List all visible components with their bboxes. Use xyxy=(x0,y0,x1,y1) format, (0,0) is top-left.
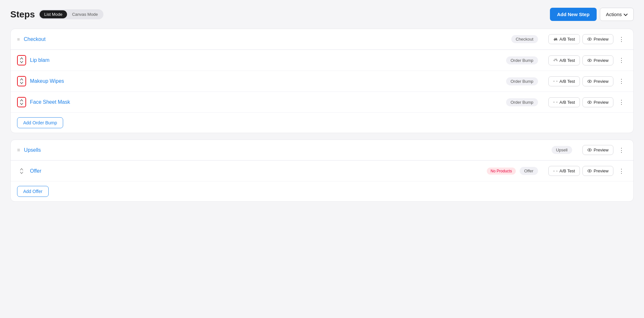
checkout-more-button[interactable]: ⋮ xyxy=(616,34,627,44)
order-bump-controls-1: A/B Test Preview ⋮ xyxy=(548,76,627,86)
reorder-up-btn-1[interactable] xyxy=(20,78,24,81)
offer-more-button-0[interactable]: ⋮ xyxy=(616,166,627,176)
reorder-controls-1 xyxy=(17,76,26,86)
checkout-preview-label: Preview xyxy=(594,37,609,42)
offer-reorder-up-btn-0[interactable] xyxy=(20,168,24,171)
upsells-controls: Preview ⋮ xyxy=(582,145,627,155)
drag-handle-icon: ≡ xyxy=(17,36,20,42)
reorder-down-btn-1[interactable] xyxy=(20,82,24,84)
preview-label-1: Preview xyxy=(594,79,609,84)
ab-test-icon xyxy=(553,100,558,104)
ab-test-button-2[interactable]: A/B Test xyxy=(548,97,580,107)
checkout-row: ≡ Checkout Checkout A/B Test Preview ⋮ xyxy=(11,29,633,50)
upsells-drag-handle-icon: ≡ xyxy=(17,147,20,153)
upsells-section-card: ≡ Upsells Upsell Preview ⋮ Offer No Prod… xyxy=(10,140,634,202)
ab-test-button-0[interactable]: A/B Test xyxy=(548,55,580,65)
svg-point-1 xyxy=(589,39,590,40)
checkout-preview-button[interactable]: Preview xyxy=(582,34,613,44)
ab-test-label-0: A/B Test xyxy=(560,58,575,63)
page-title: Steps xyxy=(10,9,35,20)
reorder-down-btn-2[interactable] xyxy=(20,102,24,105)
upsells-badge: Upsell xyxy=(552,146,572,154)
reorder-down-btn-0[interactable] xyxy=(20,61,24,63)
order-bump-badge-1: Order Bump xyxy=(506,77,538,85)
preview-icon xyxy=(587,169,592,173)
order-bump-controls-0: A/B Test Preview ⋮ xyxy=(548,55,627,65)
svg-point-5 xyxy=(589,81,590,82)
checkout-step-name[interactable]: Checkout xyxy=(24,36,507,42)
offer-reorder-down-btn-0[interactable] xyxy=(20,171,24,174)
more-button-0[interactable]: ⋮ xyxy=(616,55,627,65)
checkout-section-card: ≡ Checkout Checkout A/B Test Preview ⋮ L… xyxy=(10,29,634,133)
chevron-down-icon xyxy=(624,12,628,17)
preview-label-0: Preview xyxy=(594,58,609,63)
actions-label: Actions xyxy=(606,12,622,17)
svg-point-9 xyxy=(589,149,590,151)
reorder-up-btn-0[interactable] xyxy=(20,57,24,60)
order-bump-name-2[interactable]: Face Sheet Mask xyxy=(30,99,502,105)
add-new-step-button[interactable]: Add New Step xyxy=(550,8,597,21)
ab-test-icon xyxy=(553,58,558,63)
preview-label-2: Preview xyxy=(594,100,609,105)
ab-test-icon xyxy=(553,169,558,173)
upsells-more-button[interactable]: ⋮ xyxy=(616,145,627,155)
title-area: Steps List Mode Canvas Mode xyxy=(10,9,103,20)
preview-icon xyxy=(587,80,592,83)
checkout-ab-test-label: A/B Test xyxy=(560,37,575,42)
offer-name-0[interactable]: Offer xyxy=(30,168,480,174)
more-button-1[interactable]: ⋮ xyxy=(616,76,627,86)
order-bump-row-1: Makeup Wipes Order Bump A/B Test Preview… xyxy=(11,71,633,92)
svg-point-11 xyxy=(589,170,590,172)
actions-button[interactable]: Actions xyxy=(600,8,634,21)
offer-reorder-controls-0 xyxy=(17,168,26,174)
upsells-preview-button[interactable]: Preview xyxy=(582,145,613,155)
preview-icon xyxy=(587,37,592,41)
reorder-controls-0 xyxy=(17,55,26,65)
offer-row-0: Offer No Products Offer A/B Test Preview… xyxy=(11,160,633,181)
offer-badge-0: Offer xyxy=(520,167,538,175)
preview-button-0[interactable]: Preview xyxy=(582,55,613,65)
upsells-step-name[interactable]: Upsells xyxy=(24,147,547,153)
svg-point-7 xyxy=(589,101,590,103)
no-products-badge: No Products xyxy=(487,168,516,175)
offer-ab-test-label-0: A/B Test xyxy=(560,169,575,173)
upsells-row: ≡ Upsells Upsell Preview ⋮ xyxy=(11,140,633,160)
preview-button-2[interactable]: Preview xyxy=(582,97,613,107)
offer-preview-label-0: Preview xyxy=(594,169,609,173)
ab-test-button-1[interactable]: A/B Test xyxy=(548,76,580,86)
upsells-preview-label: Preview xyxy=(594,148,609,152)
add-offer-row: Add Offer xyxy=(11,181,633,201)
checkout-badge: Checkout xyxy=(511,35,538,43)
page-header: Steps List Mode Canvas Mode Add New Step… xyxy=(10,8,634,21)
mode-toggle: List Mode Canvas Mode xyxy=(39,9,103,19)
offer-controls-0: A/B Test Preview ⋮ xyxy=(548,166,627,176)
list-mode-button[interactable]: List Mode xyxy=(40,10,67,18)
order-bump-row-2: Face Sheet Mask Order Bump A/B Test Prev… xyxy=(11,92,633,113)
svg-point-3 xyxy=(589,60,590,61)
add-offer-button[interactable]: Add Offer xyxy=(17,186,49,197)
more-button-2[interactable]: ⋮ xyxy=(616,97,627,107)
reorder-controls-2 xyxy=(17,97,26,107)
checkout-controls: A/B Test Preview ⋮ xyxy=(548,34,627,44)
ab-test-label-2: A/B Test xyxy=(560,100,575,105)
add-order-bump-button[interactable]: Add Order Bump xyxy=(17,117,63,128)
add-order-bump-row: Add Order Bump xyxy=(11,113,633,133)
checkout-ab-test-button[interactable]: A/B Test xyxy=(548,34,580,44)
ab-test-icon xyxy=(553,37,558,42)
preview-icon xyxy=(587,59,592,62)
header-actions: Add New Step Actions xyxy=(550,8,634,21)
order-bump-name-0[interactable]: Lip blam xyxy=(30,57,502,63)
order-bump-badge-2: Order Bump xyxy=(506,98,538,106)
preview-icon xyxy=(587,148,592,152)
order-bump-name-1[interactable]: Makeup Wipes xyxy=(30,78,502,84)
ab-test-icon xyxy=(553,79,558,83)
offer-ab-test-button-0[interactable]: A/B Test xyxy=(548,166,580,176)
preview-button-1[interactable]: Preview xyxy=(582,76,613,86)
offer-preview-button-0[interactable]: Preview xyxy=(582,166,613,176)
order-bump-row-0: Lip blam Order Bump A/B Test Preview ⋮ xyxy=(11,50,633,71)
order-bump-controls-2: A/B Test Preview ⋮ xyxy=(548,97,627,107)
preview-icon xyxy=(587,101,592,104)
order-bump-badge-0: Order Bump xyxy=(506,56,538,64)
canvas-mode-button[interactable]: Canvas Mode xyxy=(68,10,102,18)
reorder-up-btn-2[interactable] xyxy=(20,99,24,102)
